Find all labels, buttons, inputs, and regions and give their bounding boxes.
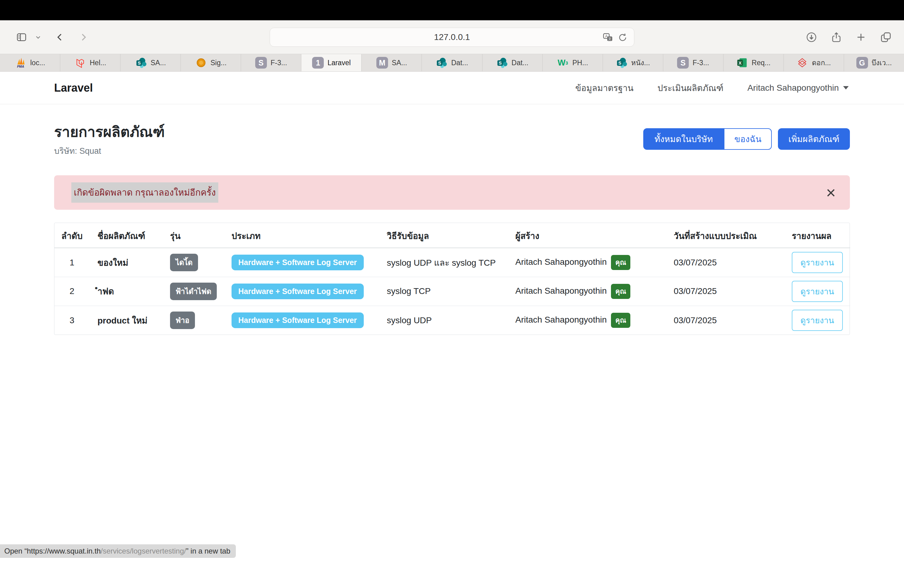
table-row: 1 ของใหม่ ไดไ้ด Hardware + Software Log … [54,248,850,277]
cell-product-name: product ใหม่ [93,306,165,335]
svg-text:S: S [498,60,501,65]
laravel-icon [74,57,86,69]
browser-tab-f-3-[interactable]: S F-3... [241,54,301,71]
tab-label: Dat... [512,59,529,67]
svg-text:A: A [605,34,608,38]
close-icon[interactable]: × [826,184,836,201]
owner-badge: คุณ [611,313,631,328]
svg-text:S: S [438,60,441,65]
browser-tab-dat-[interactable]: S Dat... [422,54,482,71]
redmark-icon [797,57,808,69]
browser-tab-ph-[interactable]: W3 PH... [543,54,603,71]
cell-no: 1 [54,248,93,277]
browser-tab-laravel[interactable]: 1 Laravel [301,54,362,71]
type-badge: Hardware + Software Log Server [232,313,364,328]
orange-icon [195,57,207,69]
filter-all-button[interactable]: ทั้งหมดในบริษัท [643,128,724,150]
col-header-date: วันที่สร้างแบบประเมิณ [666,223,787,248]
cell-date: 03/07/2025 [666,248,787,277]
new-tab-icon[interactable] [855,32,866,43]
browser-tab-ดอก-[interactable]: ดอก... [784,54,844,71]
view-report-button[interactable]: ดูรายงาน [792,281,843,302]
type-badge: Hardware + Software Log Server [232,254,364,270]
browser-tab-sa-[interactable]: S SA... [120,54,181,71]
owner-badge: คุณ [611,284,631,299]
chevron-down-icon [843,86,849,90]
reload-icon[interactable] [618,33,627,42]
tab-strip: PMA loc... Hel... S SA... Sig... S F-3..… [0,54,904,72]
translate-icon[interactable]: A 文 [603,32,613,43]
browser-tab-sig-[interactable]: Sig... [181,54,241,71]
user-menu[interactable]: Aritach Sahapongyothin [748,83,849,93]
letter-icon: M [376,57,388,69]
svg-text:X: X [738,60,742,65]
tab-label: บึงเว... [872,57,892,68]
creator-name: Aritach Sahapongyothin [515,315,607,324]
table-row: 2 ำฟด ฟ้าไดำไฟด Hardware + Software Log … [54,277,850,306]
cell-no: 2 [54,277,93,306]
cell-creator: Aritach Sahapongyothinคุณ [508,248,666,277]
creator-name: Aritach Sahapongyothin [515,257,607,267]
status-link-path: /services/logservertesting/ [101,547,186,555]
nav-link-standards[interactable]: ข้อมูลมาตรฐาน [575,81,634,95]
browser-tab-req-[interactable]: X Req... [724,54,784,71]
browser-tab-sa-[interactable]: M SA... [362,54,422,71]
address-url[interactable]: 127.0.0.1 [434,32,470,42]
w3-icon: W3 [557,57,569,69]
col-header-report: รายงานผล [787,223,850,248]
tab-label: Req... [752,59,771,67]
browser-tab-หนัง-[interactable]: S หนัง... [603,54,663,71]
sharepoint-icon: S [436,57,447,69]
status-text: ” in a new tab [186,547,230,555]
browser-tab-dat-[interactable]: S Dat... [482,54,543,71]
user-name: Aritach Sahapongyothin [748,83,839,93]
macos-menubar [0,0,904,20]
cell-product-name: ำฟด [93,277,165,306]
tab-label: Laravel [327,59,351,67]
sidebar-toggle-icon[interactable] [16,32,27,43]
cell-no: 3 [54,306,93,335]
browser-tab-hel-[interactable]: Hel... [60,54,120,71]
filter-mine-button[interactable]: ของฉัน [724,128,772,150]
tab-label: Hel... [90,59,106,67]
downloads-icon[interactable] [806,32,817,43]
tab-label: F-3... [270,59,287,67]
sharepoint-icon: S [496,57,508,69]
cell-method: syslog UDP และ syslog TCP [382,248,508,277]
brand-link[interactable]: Laravel [54,82,93,95]
col-header-method: วิธีรับข้อมูล [382,223,508,248]
tab-label: SA... [392,59,407,67]
creator-name: Aritach Sahapongyothin [515,286,607,296]
excel-icon: X [736,57,748,69]
nav-link-evaluate[interactable]: ประเมินผลิตภัณฑ์ [657,81,723,95]
type-badge: Hardware + Software Log Server [232,283,364,299]
app-navbar: Laravel ข้อมูลมาตรฐาน ประเมินผลิตภัณฑ์ A… [0,72,904,104]
tab-label: หนัง... [631,57,650,68]
back-icon[interactable] [55,32,65,43]
cell-product-name: ของใหม่ [93,248,165,277]
view-report-button[interactable]: ดูรายงาน [792,310,843,331]
tab-overview-icon[interactable] [880,32,892,43]
cell-creator: Aritach Sahapongyothinคุณ [508,277,666,306]
model-badge: ฟ่าอ [170,311,195,329]
browser-tab-f-3-[interactable]: S F-3... [663,54,724,71]
page-viewport: Laravel ข้อมูลมาตรฐาน ประเมินผลิตภัณฑ์ A… [0,72,904,559]
products-table: ลำดับ ชื่อผลิตภัณฑ์ รุ่น ประเภท วิธีรับข… [54,223,850,335]
cell-date: 03/07/2025 [666,306,787,335]
browser-tab-บึงเว-[interactable]: G บึงเว... [844,54,904,71]
tab-label: Dat... [451,59,468,67]
view-report-button[interactable]: ดูรายงาน [792,252,843,273]
table-header-row: ลำดับ ชื่อผลิตภัณฑ์ รุ่น ประเภท วิธีรับข… [54,223,850,248]
address-bar[interactable]: 127.0.0.1 A 文 [270,28,634,47]
cell-method: syslog UDP [382,306,508,335]
sidebar-chevron-down-icon[interactable] [35,34,41,40]
tab-label: loc... [30,59,45,67]
browser-tab-loc-[interactable]: PMA loc... [0,54,60,71]
forward-icon[interactable] [78,32,89,43]
model-badge: ไดไ้ด [170,254,198,271]
share-icon[interactable] [831,32,842,43]
title-block: รายการผลิตภัณฑ์ บริษัท: Squat [54,123,165,158]
phpmyadmin-icon: PMA [15,57,27,69]
sharepoint-icon: S [135,57,147,69]
add-product-button[interactable]: เพิ่มผลิตภัณฑ์ [778,128,850,150]
